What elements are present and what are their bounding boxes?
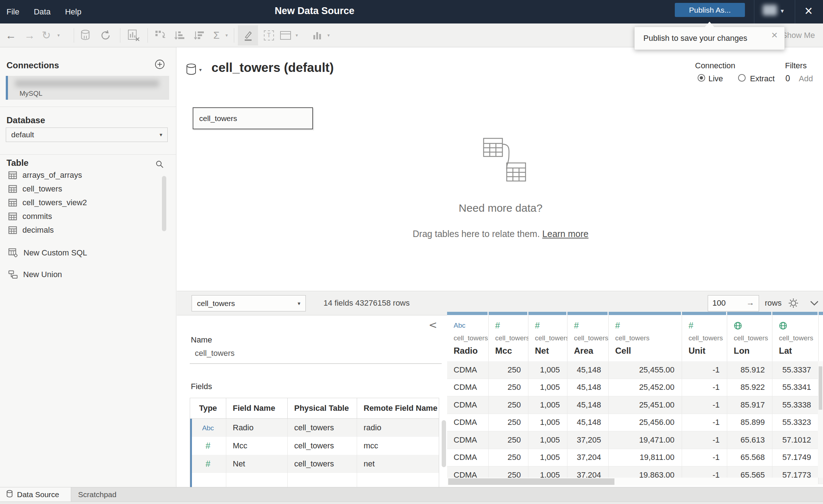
show-me-button[interactable]: Show Me — [782, 23, 815, 47]
cell: 250 — [489, 361, 528, 379]
live-radio[interactable] — [698, 74, 705, 82]
database-select[interactable]: default ▾ — [6, 128, 168, 142]
fit-cell-caret-icon[interactable]: ▾ — [293, 23, 300, 47]
table-row: CDMA2501,00545,14825,452.00-185.92255.33… — [447, 379, 823, 397]
table-node[interactable]: cell_towers — [193, 107, 313, 129]
tooltip-close-icon[interactable]: × — [771, 29, 778, 41]
new-datasource-icon[interactable] — [77, 23, 94, 47]
undo-icon[interactable]: ← — [3, 23, 19, 47]
cell: 250 — [489, 449, 528, 466]
refresh-icon[interactable] — [97, 23, 114, 47]
table-list-item-arrays_of_arrays[interactable]: arrays_of_arrays — [0, 168, 162, 182]
apply-row-limit-icon[interactable]: → — [746, 298, 754, 307]
fields-column-header-field-name: Field Name — [226, 398, 288, 418]
sidebar: Connections MySQL Database default ▾ Tab… — [0, 47, 176, 487]
cell: 55.3341 — [772, 379, 819, 396]
cell: -1 — [682, 449, 727, 466]
table-name: cell_towers — [22, 184, 62, 194]
table-list-scrollbar[interactable] — [162, 176, 166, 231]
user-menu-caret-icon[interactable]: ▾ — [781, 7, 784, 15]
grid-horizontal-scrollbar[interactable] — [447, 478, 818, 486]
cell: 45,148 — [567, 396, 609, 414]
table-list-item-cell_towers[interactable]: cell_towers — [0, 182, 162, 196]
column-name: Mcc — [495, 346, 512, 356]
table-list-item-decimals[interactable]: decimals — [0, 223, 162, 237]
column-accent-bar — [567, 312, 608, 315]
column-source: cell_towers — [779, 334, 813, 342]
table-name: commits — [22, 212, 52, 221]
menu-data[interactable]: Data — [34, 7, 50, 17]
sort-descending-icon[interactable] — [190, 23, 208, 47]
grid-column-header-lat[interactable]: cell_towersLat — [772, 312, 819, 361]
show-bars-icon[interactable] — [309, 23, 325, 47]
connection-item[interactable]: MySQL — [6, 76, 169, 100]
publish-tooltip: Publish to save your changes × — [634, 27, 785, 50]
grid-column-header-mcc[interactable]: #cell_towersMcc — [489, 312, 528, 361]
totals-icon[interactable]: Σ — [210, 23, 223, 47]
fit-cell-icon[interactable] — [278, 23, 293, 47]
extract-radio[interactable] — [738, 74, 746, 82]
window-title: New Data Source — [275, 5, 355, 17]
grid-column-header-cell[interactable]: #cell_towersCell — [609, 312, 682, 361]
redo-icon[interactable]: → — [22, 23, 38, 47]
field-row-mcc[interactable]: #Mcccell_towersmcc — [190, 437, 439, 455]
row-limit-input[interactable] — [712, 296, 743, 310]
learn-more-link[interactable]: Learn more — [542, 229, 588, 239]
table-icon — [8, 199, 17, 207]
avatar[interactable] — [763, 5, 777, 16]
tab-data-source[interactable]: Data Source — [0, 487, 71, 502]
sort-ascending-icon[interactable] — [171, 23, 189, 47]
connection-name-redacted — [15, 80, 159, 87]
scrollbar-thumb[interactable] — [819, 366, 822, 410]
toolbar-divider — [74, 28, 74, 43]
fields-table-scrollbar[interactable] — [442, 420, 446, 467]
grid-vertical-scrollbar[interactable] — [818, 361, 823, 478]
tab-scratchpad[interactable]: Scratchpad — [78, 487, 116, 502]
datasource-caret-icon[interactable]: ▾ — [199, 67, 202, 73]
grid-column-header-lon[interactable]: cell_towersLon — [727, 312, 772, 361]
table-icon — [8, 212, 17, 220]
menu-help[interactable]: Help — [65, 7, 81, 17]
extract-radio-label[interactable]: Extract — [750, 74, 775, 83]
column-source: cell_towers — [495, 334, 530, 342]
window-close-icon[interactable]: × — [805, 2, 813, 20]
grid-column-header-area[interactable]: #cell_towersArea — [567, 312, 609, 361]
column-accent-bar — [609, 312, 681, 315]
text-annotation-icon[interactable]: T — [261, 23, 277, 47]
cell: 1,005 — [528, 379, 567, 396]
physical-table-cell: cell_towers — [288, 455, 357, 473]
publish-as-button[interactable]: Publish As... — [675, 3, 745, 17]
table-icon — [8, 171, 17, 179]
table-list-item-commits[interactable]: commits — [0, 210, 162, 223]
datasource-cylinder-icon[interactable] — [186, 63, 196, 77]
table-list-item-cell_towers_view2[interactable]: cell_towers_view2 — [0, 196, 162, 210]
highlight-icon[interactable] — [238, 23, 258, 47]
menu-file[interactable]: File — [7, 7, 19, 17]
table-row: CDMA2501,00545,14825,455.00-185.91255.33… — [447, 361, 823, 379]
grid-column-header-radio[interactable]: Abccell_towersRadio — [447, 312, 489, 361]
add-connection-icon[interactable] — [155, 59, 165, 71]
grid-column-header-unit[interactable]: #cell_towersUnit — [682, 312, 727, 361]
clear-sheet-icon[interactable] — [124, 23, 143, 47]
grid-column-header-net[interactable]: #cell_towersNet — [528, 312, 567, 361]
filters-add-button[interactable]: Add — [799, 74, 813, 83]
fields-column-header-remote-field-name: Remote Field Name — [357, 398, 439, 418]
table-name-input[interactable] — [195, 349, 437, 358]
new-union-button[interactable]: New Union — [0, 267, 166, 282]
new-custom-sql-button[interactable]: New Custom SQL — [0, 246, 166, 260]
field-cell — [357, 473, 439, 487]
table-preview-select[interactable]: cell_towers ▾ — [192, 295, 306, 311]
field-name-cell: Radio — [226, 419, 288, 437]
swap-rows-columns-icon[interactable] — [151, 23, 169, 47]
tab-scratchpad-label: Scratchpad — [78, 490, 116, 499]
scrollbar-thumb[interactable] — [448, 478, 614, 485]
live-radio-label[interactable]: Live — [708, 74, 723, 83]
field-row-radio[interactable]: AbcRadiocell_towersradio — [190, 419, 439, 437]
show-bars-caret-icon[interactable]: ▾ — [325, 23, 332, 47]
cell: CDMA — [447, 431, 489, 449]
replay-icon[interactable]: ↻ — [38, 23, 54, 47]
collapse-metadata-icon[interactable]: < — [429, 319, 437, 331]
replay-caret-icon[interactable]: ▾ — [55, 23, 62, 47]
field-row-net[interactable]: #Netcell_towersnet — [190, 455, 439, 473]
totals-caret-icon[interactable]: ▾ — [223, 23, 230, 47]
